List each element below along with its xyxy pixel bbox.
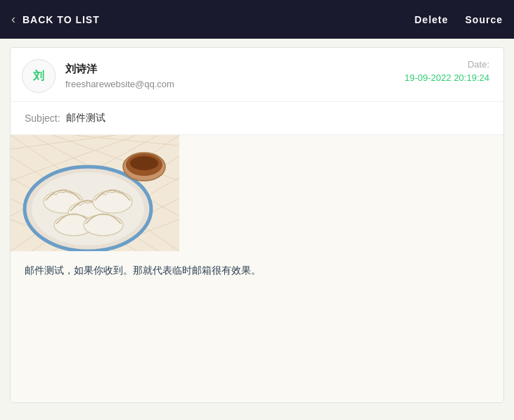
sender-left: 刘 刘诗洋 freesharewebsite@qq.com — [22, 59, 174, 93]
sender-email: freesharewebsite@qq.com — [65, 79, 174, 89]
email-body: 邮件测试，如果你收到。那就代表临时邮箱很有效果。 — [11, 135, 503, 402]
svg-point-24 — [93, 191, 132, 213]
top-bar-right: Delete Source — [415, 14, 503, 25]
email-body-text: 邮件测试，如果你收到。那就代表临时邮箱很有效果。 — [11, 251, 503, 289]
date-label: Date: — [468, 59, 489, 70]
top-navigation-bar: ‹ BACK TO LIST Delete Source — [0, 0, 514, 39]
svg-point-26 — [84, 215, 123, 236]
date-section: Date: 19-09-2022 20:19:24 — [404, 59, 489, 83]
delete-button[interactable]: Delete — [415, 14, 449, 25]
svg-point-21 — [130, 156, 158, 170]
sender-name: 刘诗洋 — [65, 63, 174, 76]
subject-row: Subject: 邮件测试 — [11, 102, 503, 135]
back-to-list-button[interactable]: BACK TO LIST — [23, 14, 100, 25]
email-container: 刘 刘诗洋 freesharewebsite@qq.com Date: 19-0… — [10, 47, 504, 403]
sender-row: 刘 刘诗洋 freesharewebsite@qq.com Date: 19-0… — [11, 48, 503, 102]
subject-value: 邮件测试 — [66, 112, 105, 125]
date-value: 19-09-2022 20:19:24 — [404, 72, 489, 83]
sender-info: 刘诗洋 freesharewebsite@qq.com — [65, 63, 174, 89]
subject-label: Subject: — [25, 113, 60, 124]
email-image-area — [11, 135, 503, 251]
dumplings-illustration — [11, 135, 179, 251]
back-chevron-icon[interactable]: ‹ — [11, 12, 15, 27]
source-button[interactable]: Source — [465, 14, 503, 25]
top-bar-left: ‹ BACK TO LIST — [11, 12, 100, 27]
avatar: 刘 — [22, 59, 56, 93]
